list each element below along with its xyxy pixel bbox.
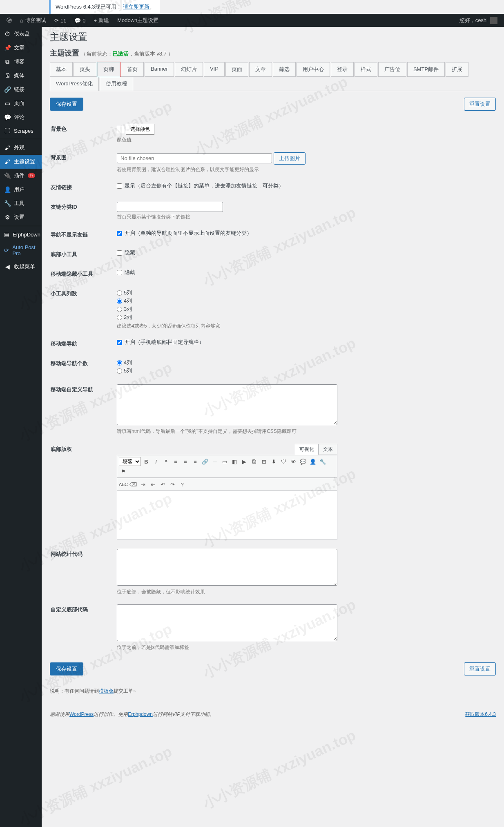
download-icon[interactable]: ⬇ xyxy=(269,457,278,466)
mobnavcount-5[interactable] xyxy=(117,368,122,374)
tab-4[interactable]: Banner xyxy=(145,62,174,77)
widgetcols-3[interactable] xyxy=(117,307,122,312)
tab-3[interactable]: 首页 xyxy=(121,62,144,77)
chat-icon[interactable]: 💬 xyxy=(299,457,308,466)
widgetcols-4[interactable] xyxy=(117,299,122,304)
menu-dashboard[interactable]: ⏱仪表盘 xyxy=(0,27,42,41)
editor-body[interactable] xyxy=(117,491,337,540)
comments-count[interactable]: 💬 0 xyxy=(71,14,89,27)
menu-pages[interactable]: ▭页面 xyxy=(0,96,42,110)
link-icon[interactable]: 🔗 xyxy=(201,457,210,466)
mobantu-link[interactable]: 模板兔 xyxy=(99,688,114,694)
tab-10[interactable]: 用户中心 xyxy=(297,62,330,77)
help-icon[interactable]: ? xyxy=(178,480,187,489)
redo-icon[interactable]: ↷ xyxy=(168,480,177,489)
tab-5[interactable]: 幻灯片 xyxy=(175,62,203,77)
flinks-checkbox[interactable] xyxy=(117,183,122,189)
video-icon[interactable]: ▶ xyxy=(240,457,249,466)
get-version-link[interactable]: 获取版本6.4.3 xyxy=(465,711,496,717)
wordpress-link[interactable]: WordPress xyxy=(69,711,94,717)
reset-button-top[interactable]: 重置设置 xyxy=(464,98,496,111)
abc-icon[interactable]: ABC xyxy=(119,480,128,489)
site-name[interactable]: ⌂ 博客测试 xyxy=(17,14,49,27)
italic-icon[interactable]: I xyxy=(152,457,161,466)
stats-textarea[interactable] xyxy=(117,549,337,586)
tab-14[interactable]: SMTP邮件 xyxy=(407,62,445,77)
update-link[interactable]: 请立即更新 xyxy=(123,4,149,10)
save-button-top[interactable]: 保存设置 xyxy=(50,98,83,111)
eye-icon[interactable]: 👁 xyxy=(289,457,298,466)
menu-plugins[interactable]: 🔌插件 9 xyxy=(0,169,42,183)
editor-text-tab[interactable]: 文本 xyxy=(319,444,337,455)
mobnavcount-4[interactable] xyxy=(117,360,122,366)
tab-7[interactable]: 页面 xyxy=(225,62,248,77)
widgetcols-2[interactable] xyxy=(117,315,122,320)
tab-12[interactable]: 样式 xyxy=(355,62,377,77)
menu-collapse[interactable]: ◀收起菜单 xyxy=(0,260,42,274)
indent-icon[interactable]: ⇥ xyxy=(138,480,147,489)
menu-users[interactable]: 👤用户 xyxy=(0,183,42,196)
bold-icon[interactable]: B xyxy=(142,457,151,466)
wp-logo[interactable]: ⓦ xyxy=(3,14,15,27)
editor-visual-tab[interactable]: 可视化 xyxy=(295,444,319,455)
menu-autopostpro[interactable]: ⟳Auto Post Pro xyxy=(0,241,42,260)
menu-posts[interactable]: 📌文章 xyxy=(0,41,42,55)
upload-image-button[interactable]: 上传图片 xyxy=(274,152,306,165)
menu-blog[interactable]: ⧉博客 xyxy=(0,55,42,69)
tab-15[interactable]: 扩展 xyxy=(446,62,468,77)
tab-16[interactable]: WordPress优化 xyxy=(50,76,99,91)
menu-scrapes[interactable]: ⛶Scrapes xyxy=(0,124,42,137)
navnofl-checkbox[interactable] xyxy=(117,231,122,236)
color-icon[interactable]: ◧ xyxy=(230,457,239,466)
button-icon[interactable]: ▭ xyxy=(220,457,229,466)
clear-icon[interactable]: ⌫ xyxy=(129,480,138,489)
flinkcat-input[interactable] xyxy=(117,202,223,212)
lock-icon[interactable]: 🛡 xyxy=(279,457,288,466)
menu-theme-settings[interactable]: 🖌主题设置 xyxy=(0,155,42,169)
flag-icon[interactable]: ⚑ xyxy=(119,467,128,476)
menu-settings[interactable]: ⚙设置 xyxy=(0,210,42,224)
bgimg-input[interactable] xyxy=(117,153,272,163)
tab-0[interactable]: 基本 xyxy=(50,62,73,77)
menu-media[interactable]: 🖻媒体 xyxy=(0,69,42,82)
new-content[interactable]: + 新建 xyxy=(91,14,113,27)
user-greeting[interactable]: 您好，ceshi xyxy=(459,17,501,24)
theme-options-link[interactable]: Modown主题设置 xyxy=(114,14,162,27)
save-button-bottom[interactable]: 保存设置 xyxy=(50,662,83,675)
align-left-icon[interactable]: ≡ xyxy=(171,457,180,466)
updates-count[interactable]: ⟳ 11 xyxy=(51,14,69,27)
tab-6[interactable]: VIP xyxy=(204,62,225,77)
undo-icon[interactable]: ↶ xyxy=(158,480,167,489)
customfoot-textarea[interactable] xyxy=(117,604,337,641)
quote-icon[interactable]: ❝ xyxy=(161,457,170,466)
menu-appearance[interactable]: 🖌外观 xyxy=(0,141,42,155)
wrench-icon[interactable]: 🔧 xyxy=(318,457,327,466)
tab-1[interactable]: 页头 xyxy=(74,62,96,77)
user-icon2[interactable]: 👤 xyxy=(308,457,317,466)
mobnav-checkbox[interactable] xyxy=(117,340,122,345)
tab-17[interactable]: 使用教程 xyxy=(100,76,133,91)
tab-13[interactable]: 广告位 xyxy=(378,62,406,77)
menu-erphpdown[interactable]: ▤ErphpDown xyxy=(0,228,42,241)
align-center-icon[interactable]: ≡ xyxy=(181,457,190,466)
footwidget-checkbox[interactable] xyxy=(117,250,122,256)
tab-9[interactable]: 筛选 xyxy=(273,62,296,77)
format-select[interactable]: 段落 xyxy=(119,457,141,466)
align-right-icon[interactable]: ≡ xyxy=(191,457,200,466)
gallery-icon[interactable]: ⊞ xyxy=(259,457,268,466)
tab-11[interactable]: 登录 xyxy=(331,62,354,77)
hr-icon[interactable]: ─ xyxy=(210,457,219,466)
menu-comments[interactable]: 💬评论 xyxy=(0,110,42,124)
image2-icon[interactable]: 🖻 xyxy=(250,457,259,466)
mobwidget-checkbox[interactable] xyxy=(117,270,122,275)
menu-tools[interactable]: 🔧工具 xyxy=(0,196,42,210)
erphpdown-link[interactable]: Erphpdown xyxy=(128,711,153,717)
reset-button-bottom[interactable]: 重置设置 xyxy=(464,662,496,675)
tab-2[interactable]: 页脚 xyxy=(97,62,120,77)
select-color-button[interactable]: 选择颜色 xyxy=(126,124,154,135)
outdent-icon[interactable]: ⇤ xyxy=(148,480,157,489)
mobcustomnav-textarea[interactable] xyxy=(117,384,337,425)
tab-8[interactable]: 文章 xyxy=(249,62,272,77)
menu-links[interactable]: 🔗链接 xyxy=(0,82,42,96)
widgetcols-5[interactable] xyxy=(117,290,122,296)
